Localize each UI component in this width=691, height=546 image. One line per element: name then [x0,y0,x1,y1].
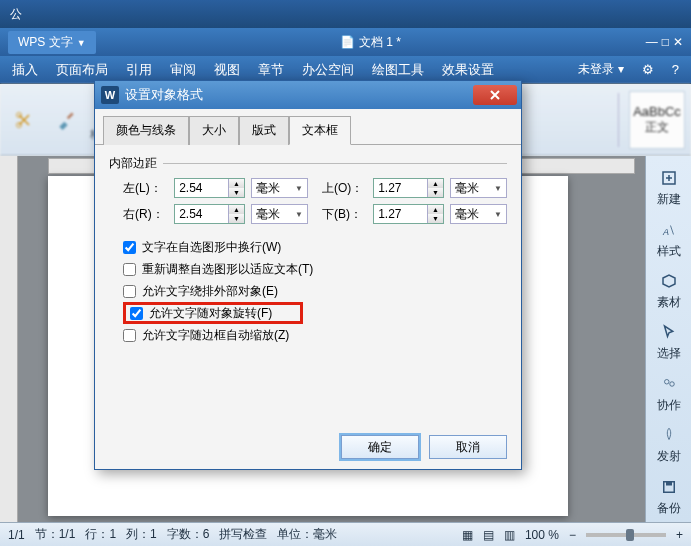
side-collab[interactable]: 协作 [649,370,689,419]
right-margin-input[interactable]: ▲▼ [174,204,245,224]
view-outline-icon[interactable]: ▥ [504,528,515,542]
minimize-button[interactable]: — [646,35,658,49]
app-char: 公 [4,6,28,23]
top-unit-select[interactable]: 毫米▼ [450,178,507,198]
side-backup[interactable]: 备份 [649,473,689,522]
zoom-in-icon[interactable]: + [676,528,683,542]
tab-color-line[interactable]: 颜色与线条 [103,116,189,145]
style-preview[interactable]: AaBbCc 正文 [629,91,685,149]
side-select[interactable]: 选择 [649,318,689,367]
right-margin-label: 右(R)： [123,206,168,223]
check-wrap-text-label: 文字在自选图形中换行(W) [142,239,281,256]
ok-button[interactable]: 确定 [341,435,419,459]
bottom-margin-input[interactable]: ▲▼ [373,204,444,224]
cancel-button[interactable]: 取消 [429,435,507,459]
dialog-close-button[interactable] [473,85,517,105]
menu-effects[interactable]: 效果设置 [442,61,494,79]
left-margin-value[interactable] [175,179,228,197]
side-material[interactable]: 素材 [649,267,689,316]
zoom-out-icon[interactable]: − [569,528,576,542]
check-rotate-box[interactable] [130,307,143,320]
cut-button[interactable] [6,100,42,140]
vertical-ruler[interactable] [0,156,18,522]
dialog-body: 内部边距 左(L)： ▲▼ 毫米▼ 上(O)： ▲▼ 毫米▼ 右(R)： ▲▼ … [95,145,521,356]
side-style[interactable]: A样式 [649,215,689,264]
menu-review[interactable]: 审阅 [170,61,196,79]
status-section: 节：1/1 [35,526,76,543]
view-print-icon[interactable]: ▦ [462,528,473,542]
zoom-slider[interactable] [586,533,666,537]
login-button[interactable]: 未登录 ▾ [578,61,623,78]
dialog-titlebar[interactable]: W 设置对象格式 [95,81,521,109]
chevron-down-icon: ▼ [77,38,86,48]
brush-button[interactable] [48,100,84,140]
top-margin-input[interactable]: ▲▼ [373,178,444,198]
style-name-label: 正文 [645,119,669,136]
bottom-margin-value[interactable] [374,205,427,223]
menu-insert[interactable]: 插入 [12,61,38,79]
check-wrap-text[interactable]: 文字在自选图形中换行(W) [123,236,507,258]
left-margin-input[interactable]: ▲▼ [174,178,245,198]
left-unit-select[interactable]: 毫米▼ [251,178,308,198]
spin-down-icon[interactable]: ▼ [229,188,244,197]
spin-up-icon[interactable]: ▲ [229,205,244,214]
menu-chapter[interactable]: 章节 [258,61,284,79]
check-rotate-with-object[interactable]: 允许文字随对象旋转(F) [123,302,303,324]
tab-size[interactable]: 大小 [189,116,239,145]
svg-point-5 [669,382,674,387]
status-spell[interactable]: 拼写检查 [219,526,267,543]
top-margin-label: 上(O)： [322,180,367,197]
right-unit-select[interactable]: 毫米▼ [251,204,308,224]
menu-office[interactable]: 办公空间 [302,61,354,79]
svg-rect-7 [666,481,672,485]
chevron-down-icon: ▼ [295,184,303,193]
spin-up-icon[interactable]: ▲ [428,205,443,214]
status-chars[interactable]: 字数：6 [167,526,210,543]
gear-icon[interactable]: ⚙ [642,62,654,77]
top-margin-value[interactable] [374,179,427,197]
check-wrap-external[interactable]: 允许文字绕排外部对象(E) [123,280,507,302]
spin-up-icon[interactable]: ▲ [428,179,443,188]
spin-up-icon[interactable]: ▲ [229,179,244,188]
close-button[interactable]: ✕ [673,35,683,49]
side-launch[interactable]: 发射 [649,421,689,470]
unit-label: 毫米 [455,180,479,197]
chevron-down-icon: ▼ [494,184,502,193]
check-wrap-external-box[interactable] [123,285,136,298]
side-collab-label: 协作 [657,397,681,414]
tab-layout[interactable]: 版式 [239,116,289,145]
check-autoscale-label: 允许文字随边框自动缩放(Z) [142,327,289,344]
help-icon[interactable]: ? [672,62,679,77]
view-web-icon[interactable]: ▤ [483,528,494,542]
spin-down-icon[interactable]: ▼ [229,214,244,223]
right-margin-value[interactable] [175,205,228,223]
side-new[interactable]: 新建 [649,164,689,213]
check-autoscale[interactable]: 允许文字随边框自动缩放(Z) [123,324,507,346]
menu-view[interactable]: 视图 [214,61,240,79]
check-wrap-external-label: 允许文字绕排外部对象(E) [142,283,278,300]
format-object-dialog: W 设置对象格式 颜色与线条 大小 版式 文本框 内部边距 左(L)： ▲▼ 毫… [94,80,522,470]
spin-down-icon[interactable]: ▼ [428,188,443,197]
check-resize-shape[interactable]: 重新调整自选图形以适应文本(T) [123,258,507,280]
spin-down-icon[interactable]: ▼ [428,214,443,223]
window-titlebar: 公 [0,0,691,28]
document-name: 📄 文档 1 * [100,34,642,51]
document-name-label: 文档 1 * [359,35,401,49]
chevron-down-icon: ▼ [295,210,303,219]
svg-point-4 [664,379,669,384]
check-wrap-text-box[interactable] [123,241,136,254]
check-resize-shape-box[interactable] [123,263,136,276]
zoom-level[interactable]: 100 % [525,528,559,542]
maximize-button[interactable]: □ [662,35,669,49]
menu-reference[interactable]: 引用 [126,61,152,79]
svg-text:A: A [662,226,669,236]
tab-textbox[interactable]: 文本框 [289,116,351,145]
side-launch-label: 发射 [657,448,681,465]
chevron-down-icon: ▼ [494,210,502,219]
status-unit[interactable]: 单位：毫米 [277,526,337,543]
menu-drawtools[interactable]: 绘图工具 [372,61,424,79]
menu-pagelayout[interactable]: 页面布局 [56,61,108,79]
bottom-unit-select[interactable]: 毫米▼ [450,204,507,224]
check-autoscale-box[interactable] [123,329,136,342]
app-title[interactable]: WPS 文字▼ [8,31,96,54]
